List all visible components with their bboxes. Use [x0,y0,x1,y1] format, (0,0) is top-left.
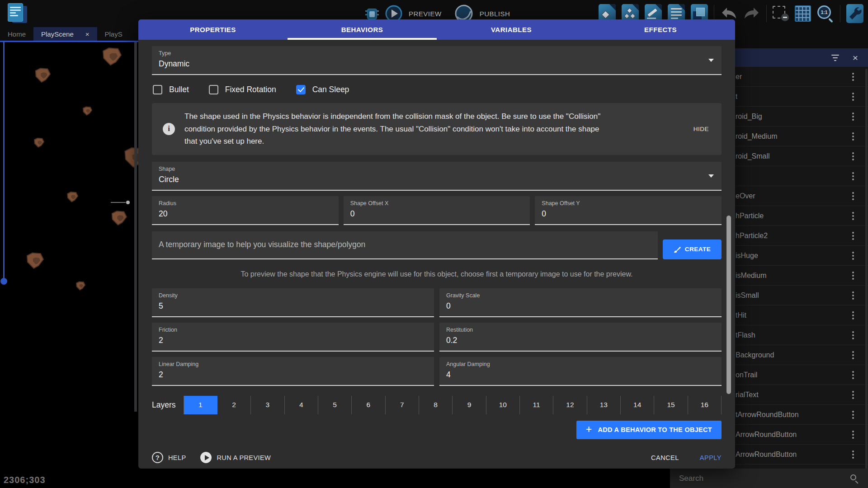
scene-vertical-scrollbar[interactable] [134,42,137,412]
object-list-item[interactable]: tHit [734,305,868,325]
layer-button[interactable]: 4 [285,396,318,414]
search-input[interactable]: Search [679,474,850,483]
dialog-scrollbar-thumb[interactable] [726,216,731,394]
layer-button[interactable]: 9 [453,396,486,414]
object-search-bar[interactable]: Search [670,469,868,488]
object-list-item[interactable]: eOver [734,186,868,206]
object-list-item[interactable]: isMedium [734,266,868,286]
tab-playscene-2[interactable]: PlayS [97,27,130,41]
object-list-item[interactable]: Background [734,345,868,365]
kebab-icon[interactable] [852,371,854,379]
layer-button[interactable]: 12 [553,396,587,414]
number-field[interactable]: Restitution 0.2 [439,323,722,352]
tab-close-icon[interactable]: × [85,30,90,38]
grid-icon[interactable] [795,5,811,22]
checkbox-item[interactable]: Can Sleep [296,85,349,94]
apply-button[interactable]: APPLY [700,454,722,461]
object-list-item[interactable]: hParticle2 [734,226,868,246]
object-list-item[interactable] [734,166,868,186]
kebab-icon[interactable] [852,272,854,280]
panel-close-icon[interactable]: × [853,53,858,62]
checkbox-item[interactable]: Bullet [153,85,189,94]
debugger-icon[interactable] [365,6,379,21]
layer-button[interactable]: 7 [386,396,419,414]
create-button[interactable]: CREATE [663,239,722,259]
kebab-icon[interactable] [852,431,854,439]
tab-playscene[interactable]: PlayScene × [33,27,97,41]
mask-icon[interactable] [773,6,789,21]
kebab-icon[interactable] [852,93,854,101]
kebab-icon[interactable] [852,411,854,419]
layer-button[interactable]: 14 [621,396,654,414]
kebab-icon[interactable] [852,291,854,300]
object-list-item[interactable]: isSmall [734,286,868,305]
redo-icon[interactable] [743,6,760,21]
shape-select[interactable]: Shape Circle [152,162,722,191]
object-list-item[interactable]: tFlash [734,325,868,345]
add-behavior-button[interactable]: + ADD A BEHAVIOR TO THE OBJECT [576,421,722,439]
layer-button[interactable]: 15 [654,396,688,414]
checkbox[interactable] [209,85,218,94]
object-list-item[interactable]: roid_Medium [734,127,868,146]
kebab-icon[interactable] [852,252,854,260]
number-field[interactable]: Gravity Scale 0 [439,288,722,317]
layer-button[interactable]: 6 [352,396,385,414]
bullet-sprite[interactable] [126,201,130,204]
object-list-item[interactable]: er [734,67,868,87]
object-list-item[interactable]: ArrowRoundButton [734,445,868,465]
preview-button[interactable]: PREVIEW [409,10,442,18]
kebab-icon[interactable] [852,450,854,459]
number-field[interactable]: Shape Offset X 0 [344,196,530,225]
number-field[interactable]: Linear Damping 2 [152,357,434,386]
object-list-item[interactable]: ArrowRoundButton [734,425,868,445]
layer-button[interactable]: 16 [688,396,722,414]
scene-border-handle[interactable] [0,278,7,285]
dialog-tab[interactable]: BEHAVIORS [288,19,437,40]
layer-button[interactable]: 3 [251,396,284,414]
cancel-button[interactable]: CANCEL [651,454,679,461]
object-list-item[interactable]: onTrail [734,365,868,385]
hide-button[interactable]: HIDE [692,122,711,136]
tools-wrench-icon[interactable] [846,4,863,23]
panel-scrollbar[interactable] [865,69,868,488]
dialog-tab[interactable]: PROPERTIES [138,19,288,40]
object-list-item[interactable]: t [734,87,868,107]
help-button[interactable]: ? HELP [152,452,186,463]
number-field[interactable]: Density 5 [152,288,434,317]
dialog-tab[interactable]: VARIABLES [437,19,586,40]
kebab-icon[interactable] [852,73,854,81]
number-field[interactable]: Angular Damping 4 [439,357,722,386]
object-list-item[interactable]: rialText [734,385,868,405]
publish-button[interactable]: PUBLISH [480,10,510,18]
object-list-item[interactable]: roid_Small [734,146,868,166]
kebab-icon[interactable] [852,212,854,220]
number-field[interactable]: Friction 2 [152,323,434,352]
object-list-item[interactable]: tArrowRoundButton [734,405,868,425]
layer-button[interactable]: 10 [486,396,520,414]
kebab-icon[interactable] [852,331,854,339]
tab-home[interactable]: Home [0,27,33,41]
kebab-icon[interactable] [852,311,854,319]
layer-button[interactable]: 11 [520,396,553,414]
filter-icon[interactable] [831,55,839,61]
kebab-icon[interactable] [852,192,854,200]
object-list-item[interactable]: roid_Big [734,107,868,127]
checkbox-item[interactable]: Fixed Rotation [209,85,276,94]
kebab-icon[interactable] [852,391,854,399]
kebab-icon[interactable] [852,113,854,121]
layer-button[interactable]: 13 [587,396,621,414]
number-field[interactable]: Radius 20 [152,196,339,225]
layer-button[interactable]: 1 [184,396,217,414]
type-select[interactable]: Type Dynamic [152,46,722,75]
checkbox[interactable] [153,85,162,94]
temp-image-field[interactable]: A temporary image to help you visualize … [152,231,658,259]
kebab-icon[interactable] [852,232,854,240]
checkbox[interactable] [296,85,306,94]
number-field[interactable]: Shape Offset Y 0 [535,196,722,225]
layer-button[interactable]: 5 [318,396,352,414]
layer-button[interactable]: 8 [419,396,453,414]
kebab-icon[interactable] [852,152,854,160]
kebab-icon[interactable] [852,132,854,141]
object-list-item[interactable]: isHuge [734,246,868,266]
layer-button[interactable]: 2 [217,396,251,414]
